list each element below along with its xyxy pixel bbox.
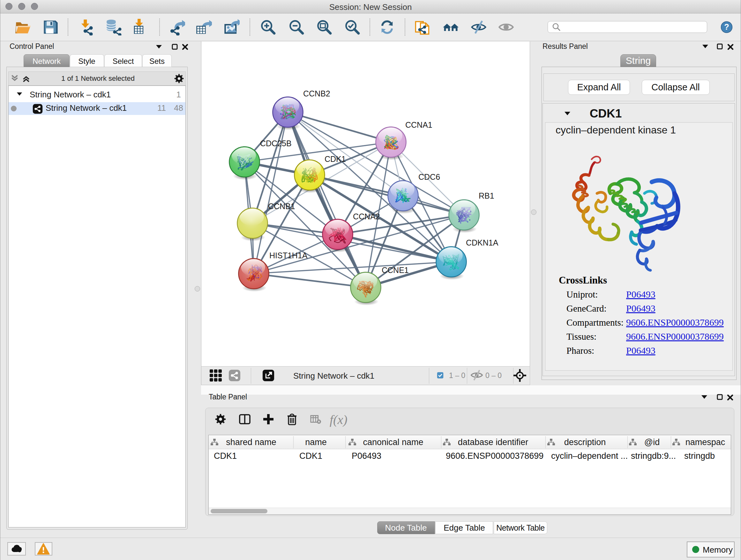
svg-text:CCNA2: CCNA2	[353, 212, 380, 221]
svg-text:CCNE1: CCNE1	[382, 266, 409, 274]
svg-text:CDC6: CDC6	[418, 172, 440, 181]
svg-text:RB1: RB1	[479, 191, 494, 200]
svg-text:CCNA1: CCNA1	[405, 120, 432, 129]
svg-text:?: ?	[724, 22, 729, 31]
svg-text:CDK1: CDK1	[325, 154, 346, 164]
svg-text:CCNB2: CCNB2	[303, 89, 330, 98]
svg-text:HIST1H1A: HIST1H1A	[269, 251, 308, 260]
svg-text:CCNB1: CCNB1	[268, 202, 295, 211]
svg-text:CDC25B: CDC25B	[260, 139, 292, 148]
svg-text:CDKN1A: CDKN1A	[466, 238, 498, 247]
